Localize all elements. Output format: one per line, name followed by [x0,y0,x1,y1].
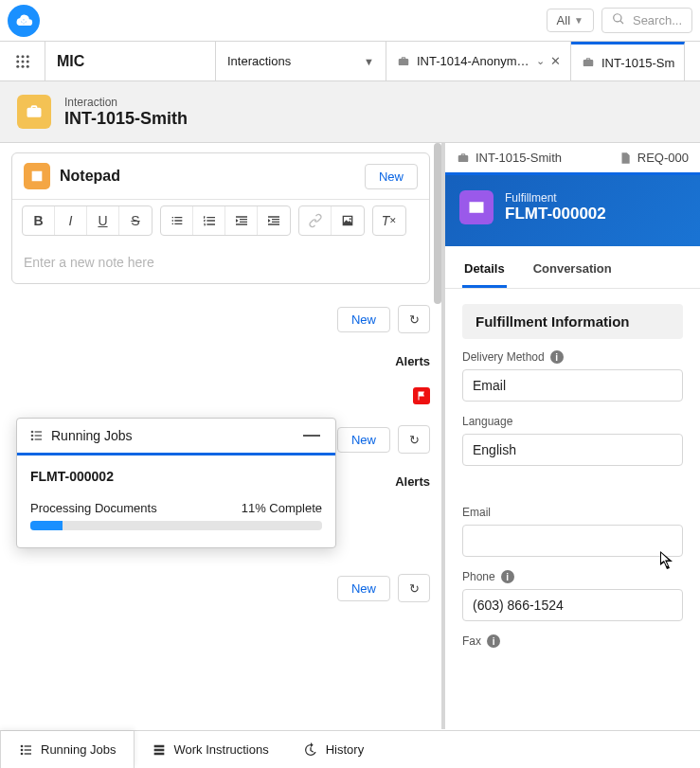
strikethrough-button[interactable]: S [119,206,152,235]
indent-button[interactable] [258,206,290,235]
flag-icon [413,387,430,404]
info-icon[interactable]: i [487,634,500,648]
svg-rect-11 [35,431,42,432]
running-jobs-popup: Running Jobs FLMT-000002 Processing Docu… [16,418,336,548]
footer-work-instructions[interactable]: Work Instructions [135,731,286,768]
new-button[interactable]: New [337,427,390,453]
job-status: Processing Documents [30,501,157,515]
jobs-icon [18,742,33,758]
outdent-button[interactable] [225,206,258,235]
briefcase-icon [396,55,411,68]
svg-point-0 [16,55,19,58]
nav-menu-interactions[interactable]: Interactions ▼ [216,42,386,80]
scope-selector[interactable]: All ▼ [547,9,594,32]
clear-format-button[interactable]: T✕ [373,206,405,235]
footer-label: History [326,742,364,757]
svg-point-3 [16,60,19,63]
refresh-button[interactable]: ↻ [398,425,430,454]
object-type-label: Interaction [64,96,188,109]
tab-int-1014[interactable]: INT-1014-Anonymo... ⌄ ✕ [386,42,571,80]
tab-label: INT-1015-Sm [601,56,674,70]
fulfillment-icon [459,190,494,224]
chevron-down-icon[interactable]: ⌄ [536,55,545,67]
svg-point-16 [21,748,24,751]
interaction-icon [17,95,51,129]
close-icon[interactable]: ✕ [550,54,561,68]
footer-label: Running Jobs [41,742,117,757]
svg-point-17 [21,752,24,755]
svg-point-10 [31,438,34,441]
italic-button[interactable]: I [55,206,87,235]
crumb-request[interactable]: REQ-000 [619,151,689,165]
notepad-icon [24,163,50,189]
search-icon [612,12,625,28]
svg-point-2 [26,55,28,58]
app-name: MIC [45,42,216,80]
history-icon [303,742,318,758]
scope-label: All [557,13,570,27]
jobs-icon [28,428,44,443]
tab-label: INT-1014-Anonymo... [417,54,530,68]
footer-label: Work Instructions [174,742,269,757]
minimize-icon [303,435,320,437]
briefcase-icon [457,152,470,165]
crumb-interaction[interactable]: INT-1015-Smith [457,151,562,165]
fulfillment-title: FLMT-000002 [505,205,606,223]
tab-int-1015[interactable]: INT-1015-Sm [571,42,685,80]
chevron-down-icon: ▼ [574,15,583,26]
job-progress-text: 11% Complete [242,501,322,515]
notepad-title: Notepad [60,168,120,185]
crumb-label: REQ-000 [637,151,689,165]
app-logo[interactable] [8,5,40,37]
info-icon[interactable]: i [550,350,564,364]
minimize-button[interactable] [299,431,324,440]
object-type-label: Fulfillment [505,191,606,205]
phone-field[interactable]: (603) 866-1524 [462,589,683,621]
app-launcher[interactable] [0,42,45,80]
footer-history[interactable]: History [286,731,381,768]
alerts-heading: Alerts [333,469,430,492]
image-button[interactable] [332,206,364,235]
email-label: Email [462,506,683,519]
language-label: Language [462,415,683,428]
new-button[interactable]: New [337,576,390,601]
crumb-label: INT-1015-Smith [476,151,562,165]
svg-rect-14 [35,435,42,436]
svg-point-9 [31,431,34,434]
tab-details[interactable]: Details [462,252,507,288]
footer-running-jobs[interactable]: Running Jobs [0,731,135,768]
page-title: INT-1015-Smith [64,109,188,129]
bullet-list-button[interactable] [161,206,193,235]
language-field[interactable]: English [462,434,683,466]
bold-button[interactable]: B [23,206,55,235]
svg-point-5 [26,60,28,63]
email-field[interactable] [462,525,683,557]
briefcase-icon [581,56,596,69]
tab-conversation[interactable]: Conversation [531,252,614,288]
delivery-method-field[interactable]: Email [462,369,683,402]
svg-point-1 [21,55,24,58]
underline-button[interactable]: U [87,206,119,235]
info-icon[interactable]: i [501,570,514,583]
notepad-new-button[interactable]: New [365,164,418,189]
svg-rect-19 [25,749,31,750]
scrollbar-thumb[interactable] [434,143,441,304]
document-icon [619,152,632,165]
apps-icon [14,53,31,70]
refresh-button[interactable]: ↻ [398,574,430,602]
new-button[interactable]: New [337,307,390,332]
instructions-icon [152,742,167,758]
note-input[interactable]: Enter a new note here [12,241,429,283]
fax-label: Fax i [462,634,683,648]
alerts-heading: Alerts [333,348,430,372]
numbered-list-button[interactable] [193,206,225,235]
svg-point-7 [21,64,24,67]
refresh-button[interactable]: ↻ [398,305,430,333]
svg-point-6 [16,64,19,67]
panel-title: Fulfillment Information [462,304,683,339]
link-button[interactable] [299,206,332,235]
global-search[interactable]: Search... [601,8,692,33]
svg-point-8 [26,64,28,67]
svg-point-15 [21,744,24,747]
svg-point-4 [21,60,24,63]
